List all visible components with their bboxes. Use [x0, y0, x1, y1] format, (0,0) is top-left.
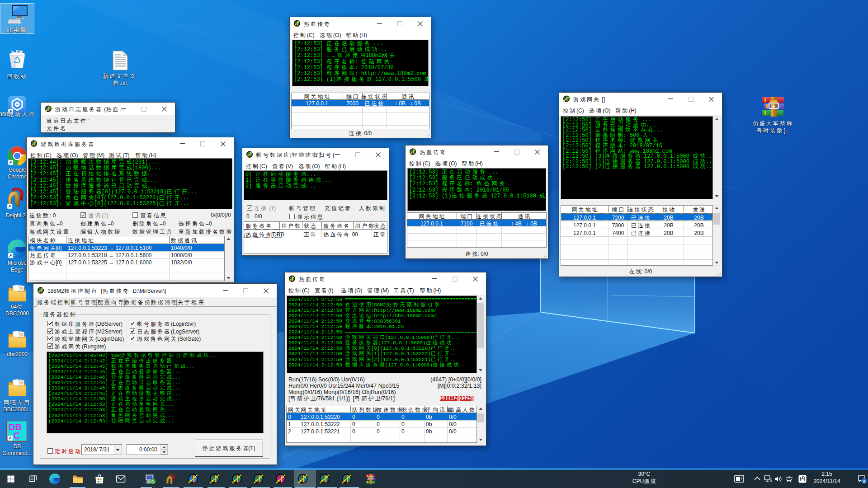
- svg-text:6: 6: [863, 479, 865, 484]
- svg-text:C: C: [14, 431, 20, 441]
